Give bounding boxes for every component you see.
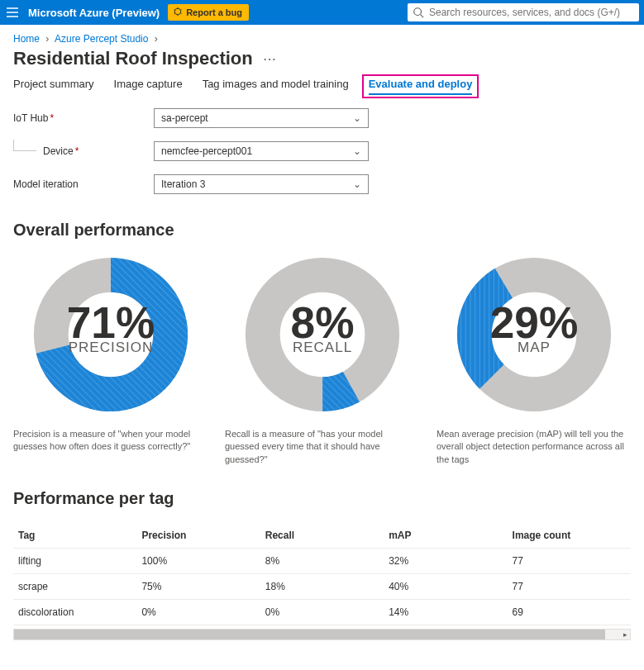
cell-cnt: 69 [508, 600, 631, 625]
table-row[interactable]: discoloration 0% 0% 14% 69 [13, 600, 631, 625]
table-row[interactable]: scrape 75% 18% 40% 77 [13, 574, 631, 600]
cell-rec: 0% [260, 600, 384, 625]
col-count[interactable]: Image count [508, 523, 631, 549]
table-row[interactable]: lifting 100% 8% 32% 77 [13, 549, 631, 574]
chevron-right-icon: › [155, 33, 158, 45]
donut-map-chart: 29% MAP [456, 256, 613, 413]
page-title: Residential Roof Inspection [13, 48, 253, 69]
tab-tag-train[interactable]: Tag images and model training [203, 78, 349, 98]
heading-overall: Overall performance [0, 197, 644, 248]
donut-recall-label: RECALL [292, 340, 351, 355]
combo-iot-hub-value: sa-percept [161, 112, 208, 124]
pertag-tbody: lifting 100% 8% 32% 77 scrape 75% 18% 40… [13, 549, 631, 625]
hamburger-icon[interactable] [5, 5, 20, 20]
row-iot-hub: IoT Hub* sa-percept ⌄ [0, 105, 644, 131]
cell-rec: 18% [260, 574, 384, 600]
more-actions-icon[interactable]: ⋯ [263, 51, 276, 67]
svg-point-1 [414, 8, 422, 16]
tab-image-capture[interactable]: Image capture [114, 78, 183, 98]
col-tag[interactable]: Tag [13, 523, 136, 549]
col-recall[interactable]: Recall [260, 523, 384, 549]
tab-evaluate-deploy[interactable]: Evaluate and deploy [369, 78, 473, 95]
table-scrollbar[interactable]: ▸ [13, 629, 631, 640]
svg-point-0 [174, 8, 181, 15]
donut-recall-chart: 8% RECALL [244, 256, 401, 413]
label-iteration: Model iteration [13, 178, 154, 190]
cell-prec: 75% [136, 574, 260, 600]
chevron-right-icon: › [45, 33, 49, 45]
bug-icon [173, 7, 183, 18]
table-header-row: Tag Precision Recall mAP Image count [13, 523, 631, 549]
cell-cnt: 77 [508, 549, 631, 574]
row-device: Device* nemcfee-percept001 ⌄ [0, 138, 644, 164]
search-box[interactable] [408, 3, 639, 21]
donut-map-desc: Mean average precision (mAP) will tell y… [436, 428, 631, 466]
combo-iot-hub[interactable]: sa-percept ⌄ [154, 108, 369, 128]
cell-tag: lifting [13, 549, 136, 574]
col-precision[interactable]: Precision [136, 523, 260, 549]
heading-pertag: Performance per tag [0, 466, 644, 516]
breadcrumb: Home › Azure Percept Studio › [0, 25, 644, 45]
label-device-text: Device [43, 145, 74, 157]
donut-precision-desc: Precision is a measure of "when your mod… [13, 428, 208, 454]
chevron-down-icon: ⌄ [353, 112, 361, 124]
row-iteration: Model iteration Iteration 3 ⌄ [0, 171, 644, 197]
donut-row: 71% PRECISION Precision is a measure of … [0, 248, 644, 466]
scroll-right-icon[interactable]: ▸ [620, 630, 630, 639]
search-icon [413, 7, 424, 18]
cell-map: 32% [384, 549, 507, 574]
pertag-table: Tag Precision Recall mAP Image count lif… [13, 523, 631, 625]
page-title-row: Residential Roof Inspection ⋯ [0, 45, 644, 78]
cell-tag: scrape [13, 574, 136, 600]
donut-precision-label: PRECISION [68, 340, 153, 355]
cell-map: 40% [384, 574, 507, 600]
cell-rec: 8% [260, 549, 384, 574]
donut-map: 29% MAP Mean average precision (mAP) wil… [436, 256, 631, 466]
label-device: Device* [13, 145, 154, 157]
tab-evaluate-deploy-highlight: Evaluate and deploy [362, 74, 479, 98]
col-map[interactable]: mAP [384, 523, 507, 549]
breadcrumb-studio[interactable]: Azure Percept Studio [55, 33, 148, 45]
donut-map-label: MAP [518, 340, 551, 355]
cell-tag: discoloration [13, 600, 136, 625]
chevron-down-icon: ⌄ [353, 178, 361, 190]
donut-precision: 71% PRECISION Precision is a measure of … [13, 256, 208, 466]
combo-iteration[interactable]: Iteration 3 ⌄ [154, 174, 369, 194]
report-bug-button[interactable]: Report a bug [168, 4, 249, 21]
topbar: Microsoft Azure (Preview) Report a bug [0, 0, 644, 25]
cell-cnt: 77 [508, 574, 631, 600]
brand-label: Microsoft Azure (Preview) [28, 7, 160, 19]
donut-recall-desc: Recall is a measure of "has your model g… [225, 428, 419, 466]
cell-map: 14% [384, 600, 507, 625]
donut-precision-chart: 71% PRECISION [32, 256, 189, 413]
breadcrumb-home[interactable]: Home [13, 33, 40, 45]
label-iot-hub-text: IoT Hub [13, 112, 48, 124]
label-iot-hub: IoT Hub* [13, 112, 154, 124]
scrollbar-thumb[interactable] [14, 630, 605, 639]
combo-device-value: nemcfee-percept001 [161, 145, 252, 157]
donut-recall: 8% RECALL Recall is a measure of "has yo… [225, 256, 419, 466]
combo-iteration-value: Iteration 3 [161, 178, 205, 190]
tab-project-summary[interactable]: Project summary [13, 78, 94, 98]
chevron-down-icon: ⌄ [353, 145, 361, 157]
search-input[interactable] [429, 7, 634, 18]
cell-prec: 100% [136, 549, 260, 574]
cell-prec: 0% [136, 600, 260, 625]
report-bug-label: Report a bug [186, 7, 242, 17]
combo-device[interactable]: nemcfee-percept001 ⌄ [154, 141, 369, 161]
tab-strip: Project summary Image capture Tag images… [0, 78, 644, 98]
tree-connector-icon [13, 140, 36, 151]
